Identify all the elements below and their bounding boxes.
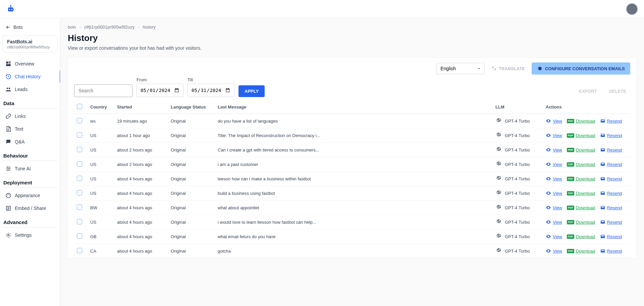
cell-llm: GPT-4 Turbo	[505, 133, 530, 138]
row-checkbox[interactable]	[77, 248, 82, 253]
nav-label: Overview	[15, 61, 34, 67]
row-checkbox[interactable]	[77, 190, 82, 195]
search-input[interactable]	[74, 84, 132, 97]
settings-icon	[5, 232, 11, 238]
cell-country: GB	[88, 229, 114, 244]
eye-icon	[546, 133, 551, 138]
row-checkbox[interactable]	[77, 176, 82, 181]
view-link[interactable]: View	[546, 205, 562, 210]
nav-text[interactable]: Text	[3, 123, 57, 135]
nav-q-a[interactable]: Q&A	[3, 135, 57, 148]
cell-started: about 1 hour ago	[114, 128, 168, 143]
view-link[interactable]: View	[546, 176, 562, 181]
resend-link[interactable]: Resend	[600, 234, 622, 239]
nav-appearance[interactable]: Appearance	[3, 189, 57, 202]
row-checkbox[interactable]	[77, 161, 82, 167]
nav-label: Tune AI	[15, 166, 31, 171]
apply-button[interactable]: APPLY	[238, 85, 265, 97]
export-button[interactable]: EXPORT	[575, 85, 601, 97]
bot-card[interactable]: FastBots.ai cllfji1rp0001pr905w5f2uzy	[3, 35, 57, 53]
resend-link[interactable]: Resend	[600, 133, 622, 138]
table-row: ws 19 minutes ago Original do you have a…	[74, 114, 630, 128]
till-date-input[interactable]	[187, 84, 234, 97]
pdf-icon: PDF	[567, 191, 574, 195]
link-icon	[5, 113, 11, 119]
resend-link[interactable]: Resend	[600, 190, 622, 196]
cell-country: ws	[88, 114, 114, 128]
download-link[interactable]: PDFDownload	[567, 249, 595, 254]
back-to-bots-link[interactable]: Bots	[3, 21, 57, 33]
crumb-bots[interactable]: bots	[68, 25, 76, 30]
nav-overview[interactable]: Overview	[3, 57, 57, 70]
user-avatar[interactable]	[626, 3, 638, 15]
cell-language: Original	[168, 128, 215, 143]
resend-link[interactable]: Resend	[600, 219, 622, 225]
eye-icon	[546, 147, 551, 152]
eye-icon	[546, 118, 551, 124]
nav-leads[interactable]: Leads	[3, 83, 57, 96]
download-link[interactable]: PDFDownload	[567, 119, 595, 124]
nav-embed-share[interactable]: Embed / Share	[3, 202, 57, 215]
table-row: CA about 4 hours ago Original gotcha GPT…	[74, 244, 630, 258]
resend-link[interactable]: Resend	[600, 118, 622, 124]
resend-link[interactable]: Resend	[600, 248, 622, 254]
view-link[interactable]: View	[546, 147, 562, 152]
cell-last-message: gotcha	[215, 244, 493, 258]
openai-icon	[495, 204, 502, 211]
nav-tune-ai[interactable]: Tune AI	[3, 162, 57, 175]
view-link[interactable]: View	[546, 162, 562, 167]
download-link[interactable]: PDFDownload	[567, 234, 595, 239]
cell-country: US	[88, 128, 114, 143]
openai-icon	[495, 175, 502, 182]
view-link[interactable]: View	[546, 248, 562, 254]
nav-chat-history[interactable]: Chat History	[3, 70, 57, 83]
pdf-icon: PDF	[567, 206, 574, 210]
translate-button[interactable]: TRANSLATE	[489, 63, 527, 74]
resend-link[interactable]: Resend	[600, 176, 622, 181]
resend-link[interactable]: Resend	[600, 147, 622, 152]
row-checkbox[interactable]	[77, 132, 82, 138]
row-checkbox[interactable]	[77, 118, 82, 123]
row-checkbox[interactable]	[77, 219, 82, 224]
openai-icon	[495, 190, 502, 196]
download-link[interactable]: PDFDownload	[567, 147, 595, 152]
view-link[interactable]: View	[546, 219, 562, 225]
view-link[interactable]: View	[546, 133, 562, 138]
language-select[interactable]: English	[436, 63, 485, 74]
openai-icon	[495, 146, 502, 153]
cell-llm: GPT-4 Turbo	[505, 234, 530, 239]
download-link[interactable]: PDFDownload	[567, 220, 595, 225]
delete-button[interactable]: DELETE	[605, 85, 630, 97]
view-link[interactable]: View	[546, 234, 562, 239]
mail-icon	[600, 234, 605, 239]
download-link[interactable]: PDFDownload	[567, 162, 595, 167]
select-all-checkbox[interactable]	[77, 104, 82, 109]
overview-icon	[5, 61, 11, 67]
section-behaviour: Behaviour	[3, 148, 57, 161]
view-link[interactable]: View	[546, 190, 562, 196]
cell-started: about 4 hours ago	[114, 201, 168, 215]
eye-icon	[546, 205, 551, 210]
nav-settings[interactable]: Settings	[3, 229, 57, 242]
configure-emails-button[interactable]: CONFIGURE CONVERSATION EMAILS	[532, 62, 630, 75]
download-link[interactable]: PDFDownload	[567, 133, 595, 138]
eye-icon	[546, 248, 551, 254]
nav-links[interactable]: Links	[3, 110, 57, 123]
download-link[interactable]: PDFDownload	[567, 205, 595, 210]
cell-started: about 4 hours ago	[114, 215, 168, 229]
view-link[interactable]: View	[546, 118, 562, 124]
translate-icon	[491, 66, 497, 71]
row-checkbox[interactable]	[77, 205, 82, 210]
cell-language: Original	[168, 114, 215, 128]
row-checkbox[interactable]	[77, 147, 82, 152]
nav-label: Q&A	[15, 139, 25, 144]
resend-link[interactable]: Resend	[600, 205, 622, 210]
from-date-input[interactable]	[137, 84, 183, 97]
download-link[interactable]: PDFDownload	[567, 176, 595, 181]
cell-language: Original	[168, 157, 215, 172]
download-link[interactable]: PDFDownload	[567, 191, 595, 196]
crumb-bot-id[interactable]: cllfji1rp0001pr905w5f2uzy	[84, 25, 135, 30]
row-checkbox[interactable]	[77, 233, 82, 239]
topbar	[0, 0, 644, 18]
resend-link[interactable]: Resend	[600, 162, 622, 167]
